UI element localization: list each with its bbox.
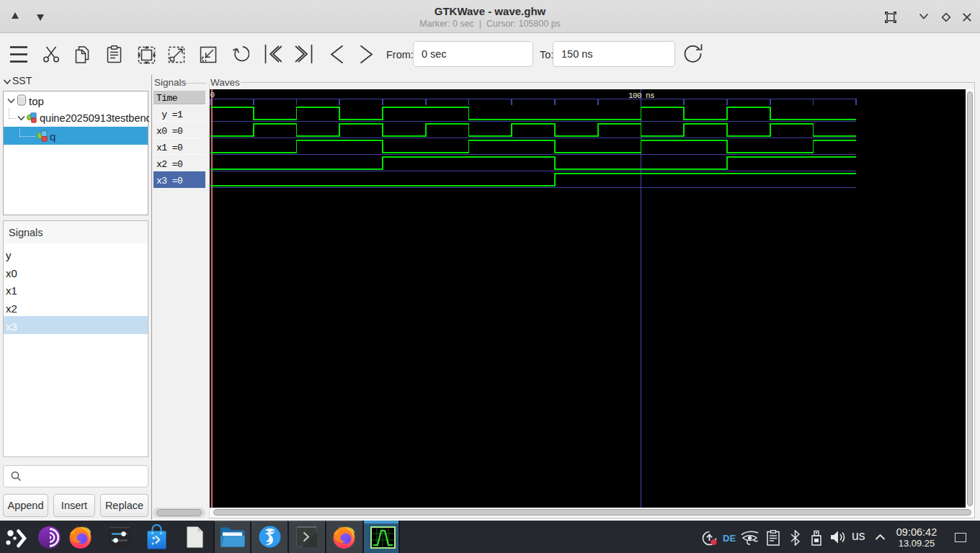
svg-text:0: 0 (210, 91, 215, 99)
svg-text:100 ns: 100 ns (628, 91, 654, 100)
